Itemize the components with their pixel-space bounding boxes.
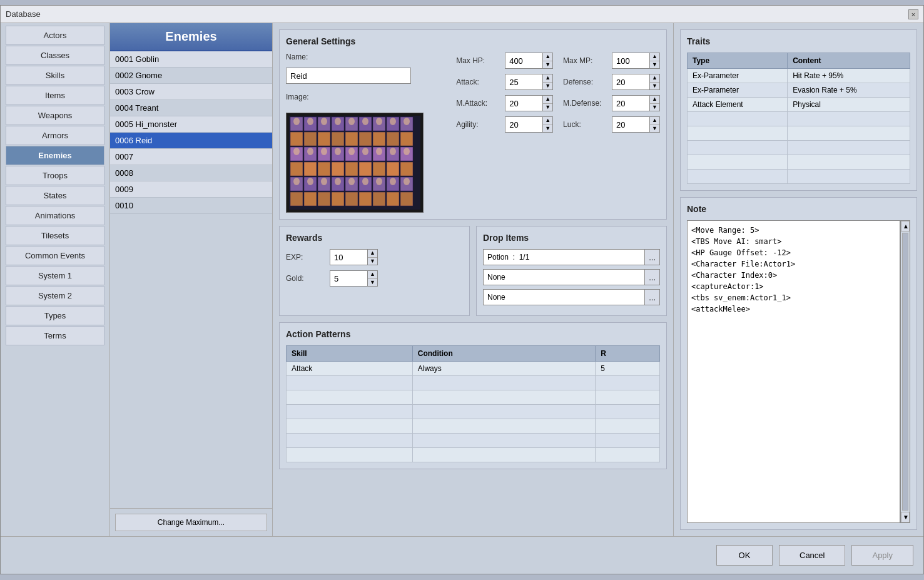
gold-input[interactable]	[330, 270, 367, 287]
list-item[interactable]: 0005 Hi_monster	[110, 116, 272, 133]
list-item[interactable]: 0009	[110, 181, 272, 198]
cancel-button[interactable]: Cancel	[779, 545, 845, 566]
image-label: Image:	[286, 93, 323, 101]
list-item[interactable]: 0007	[110, 149, 272, 165]
svg-rect-15	[359, 132, 372, 146]
agility-up[interactable]: ▲	[543, 117, 552, 125]
list-item[interactable]: 0003 Crow	[110, 84, 272, 100]
svg-point-71	[390, 148, 396, 155]
sidebar-item-system-1[interactable]: System 1	[6, 266, 104, 285]
defense-input[interactable]	[612, 74, 649, 90]
attack-down[interactable]: ▼	[543, 83, 552, 90]
scrollbar-up-btn[interactable]: ▲	[901, 221, 910, 231]
svg-point-73	[293, 178, 300, 185]
sidebar-item-enemies[interactable]: Enemies	[6, 146, 104, 165]
sidebar-item-armors[interactable]: Armors	[6, 126, 104, 145]
drop-btn-1[interactable]: ...	[645, 249, 660, 265]
list-item[interactable]: 0004 Treant	[110, 100, 272, 116]
change-maximum-button[interactable]: Change Maximum...	[115, 514, 267, 531]
gold-up[interactable]: ▲	[368, 271, 377, 279]
note-scrollbar[interactable]: ▲ ▼	[900, 220, 910, 523]
exp-down[interactable]: ▼	[368, 258, 377, 265]
action-row-empty-1	[287, 376, 660, 390]
sidebar-item-common-events[interactable]: Common Events	[6, 246, 104, 265]
defense-spinner[interactable]: ▲ ▼	[612, 74, 660, 90]
list-item[interactable]: 0010	[110, 198, 272, 214]
bottom-bar: OK Cancel Apply	[1, 536, 923, 574]
gold-down[interactable]: ▼	[368, 279, 377, 287]
sidebar-item-weapons[interactable]: Weapons	[6, 106, 104, 125]
drop-btn-3[interactable]: ...	[645, 289, 660, 305]
attack-input[interactable]	[505, 74, 542, 90]
mattack-down[interactable]: ▼	[543, 104, 552, 111]
exp-up[interactable]: ▲	[368, 250, 377, 258]
sidebar-item-system-2[interactable]: System 2	[6, 286, 104, 305]
max-mp-row: Max MP: ▲ ▼	[563, 53, 660, 69]
max-hp-down[interactable]: ▼	[543, 61, 552, 69]
max-mp-down[interactable]: ▼	[650, 61, 659, 69]
luck-down[interactable]: ▼	[650, 125, 659, 133]
list-item[interactable]: 0006 Reid	[110, 133, 272, 149]
luck-input[interactable]	[612, 116, 649, 133]
defense-down[interactable]: ▼	[650, 83, 659, 90]
trait-row-3[interactable]: Attack Element Physical	[688, 98, 910, 112]
sidebar-item-states[interactable]: States	[6, 186, 104, 205]
mdefense-input[interactable]	[612, 95, 649, 111]
luck-spinner[interactable]: ▲ ▼	[612, 116, 660, 133]
trait-row-1[interactable]: Ex-Parameter Hit Rate + 95%	[688, 69, 910, 83]
drop-btn-2[interactable]: ...	[645, 269, 660, 285]
mattack-spinner[interactable]: ▲ ▼	[505, 95, 553, 111]
list-item[interactable]: 0008	[110, 165, 272, 181]
luck-up[interactable]: ▲	[650, 117, 659, 125]
mdefense-up[interactable]: ▲	[650, 96, 659, 104]
sidebar-item-terms[interactable]: Terms	[6, 326, 104, 345]
agility-down[interactable]: ▼	[543, 125, 552, 133]
svg-point-64	[293, 148, 300, 155]
sidebar-item-animations[interactable]: Animations	[6, 206, 104, 225]
list-item[interactable]: 0002 Gnome	[110, 68, 272, 84]
svg-rect-54	[400, 192, 413, 206]
ok-button[interactable]: OK	[716, 545, 773, 566]
sidebar-item-classes[interactable]: Classes	[6, 46, 104, 65]
agility-input[interactable]	[505, 116, 542, 133]
mattack-input[interactable]	[505, 95, 542, 111]
action-row-1[interactable]: Attack Always 5	[287, 362, 660, 376]
scrollbar-thumb	[902, 233, 908, 511]
mdefense-spinner[interactable]: ▲ ▼	[612, 95, 660, 111]
max-mp-spinner[interactable]: ▲ ▼	[612, 53, 660, 69]
mdefense-down[interactable]: ▼	[650, 104, 659, 111]
max-hp-input[interactable]	[505, 53, 542, 69]
max-hp-spinner[interactable]: ▲ ▼	[505, 53, 553, 69]
sidebar-item-types[interactable]: Types	[6, 306, 104, 325]
action-patterns-table: Skill Condition R Attack Always 5	[286, 345, 660, 462]
max-mp-up[interactable]: ▲	[650, 53, 659, 61]
trait-row-2[interactable]: Ex-Parameter Evasion Rate + 5%	[688, 83, 910, 98]
trait-content-3: Physical	[788, 98, 910, 112]
max-mp-input[interactable]	[612, 53, 649, 69]
close-button[interactable]: ×	[908, 9, 918, 19]
agility-spinner[interactable]: ▲ ▼	[505, 116, 553, 133]
sidebar-item-skills[interactable]: Skills	[6, 66, 104, 85]
name-input[interactable]	[286, 68, 411, 84]
mattack-up[interactable]: ▲	[543, 96, 552, 104]
drop-input-2[interactable]	[483, 269, 645, 285]
sidebar-item-troops[interactable]: Troops	[6, 166, 104, 185]
enemy-image[interactable]	[286, 113, 424, 213]
scrollbar-down-btn[interactable]: ▼	[901, 512, 910, 522]
attack-spinner[interactable]: ▲ ▼	[505, 74, 553, 90]
drop-input-1[interactable]	[483, 249, 645, 265]
drop-input-3[interactable]	[483, 289, 645, 305]
max-hp-label: Max HP:	[456, 56, 501, 65]
apply-button[interactable]: Apply	[851, 545, 913, 566]
sidebar-item-items[interactable]: Items	[6, 86, 104, 105]
attack-up[interactable]: ▲	[543, 74, 552, 83]
max-hp-up[interactable]: ▲	[543, 53, 552, 61]
svg-rect-50	[345, 192, 358, 206]
sidebar-item-actors[interactable]: Actors	[6, 26, 104, 45]
defense-up[interactable]: ▲	[650, 74, 659, 83]
list-item[interactable]: 0001 Goblin	[110, 51, 272, 68]
sidebar-item-tilesets[interactable]: Tilesets	[6, 226, 104, 245]
list-items[interactable]: 0001 Goblin0002 Gnome0003 Crow0004 Trean…	[110, 51, 272, 508]
note-textarea[interactable]	[687, 220, 900, 523]
exp-input[interactable]	[330, 249, 367, 265]
